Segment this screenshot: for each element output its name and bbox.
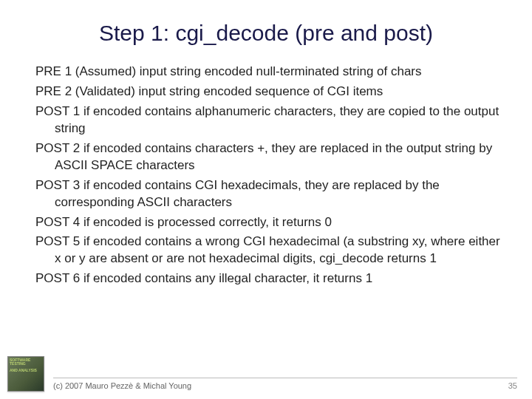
list-item: PRE 1 (Assumed) input string encoded nul…	[35, 64, 502, 81]
list-item: POST 2 if encoded contains characters +,…	[35, 140, 502, 174]
list-item: POST 5 if encoded contains a wrong CGI h…	[35, 233, 502, 267]
slide: Step 1: cgi_decode (pre and post) PRE 1 …	[0, 0, 532, 399]
footer: (c) 2007 Mauro Pezzè & Michal Young 35	[53, 378, 517, 390]
list-item: POST 4 if encoded is processed correctly…	[35, 214, 502, 231]
list-item: POST 3 if encoded contains CGI hexadecim…	[35, 177, 502, 211]
body-text: PRE 1 (Assumed) input string encoded nul…	[0, 64, 532, 287]
book-cover-logo: SOFTWARE TESTING AND ANALYSIS	[7, 356, 44, 392]
list-item: POST 6 if encoded contains any illegal c…	[35, 270, 502, 287]
footer-divider	[53, 378, 517, 378]
logo-text-line1: SOFTWARE TESTING	[8, 357, 44, 367]
copyright-text: (c) 2007 Mauro Pezzè & Michal Young	[53, 381, 191, 390]
logo-text-line2: AND ANALYSIS	[8, 367, 44, 374]
page-number: 35	[508, 381, 517, 390]
slide-title: Step 1: cgi_decode (pre and post)	[0, 0, 532, 64]
list-item: POST 1 if encoded contains alphanumeric …	[35, 103, 502, 137]
list-item: PRE 2 (Validated) input string encoded s…	[35, 83, 502, 100]
